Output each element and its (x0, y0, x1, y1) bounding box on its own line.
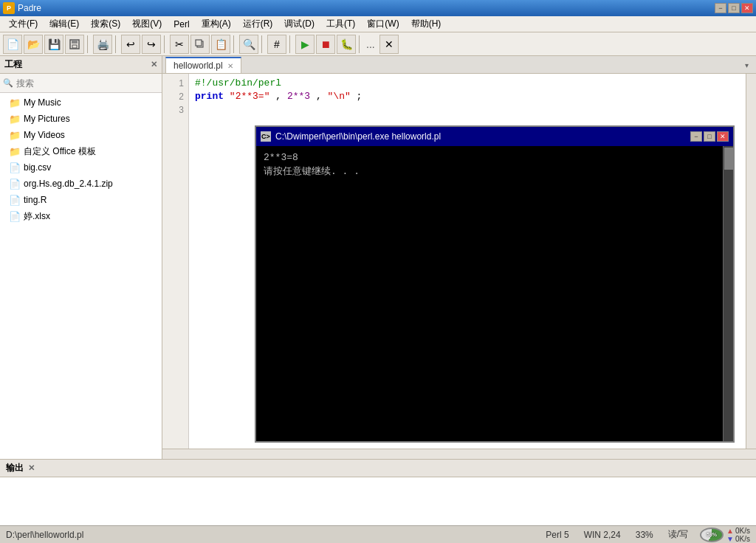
folder-icon: 📁 (9, 145, 21, 157)
paste-button[interactable]: 📋 (211, 35, 230, 54)
menu-search[interactable]: 搜索(S) (85, 16, 126, 32)
sidebar-item-my-pictures[interactable]: 📁 My Pictures (0, 111, 162, 127)
sidebar-panel: 工程 ✕ 🔍 📁 My Music 📁 My Pictures 📁 My V (0, 56, 162, 459)
file-icon: 📄 (9, 210, 21, 222)
menu-debug[interactable]: 调试(D) (278, 16, 320, 32)
cpu-label: 58% (707, 532, 717, 537)
cut-button[interactable]: ✂ (170, 35, 189, 54)
net-upload: ▲ 0K/s (726, 527, 750, 535)
file-tree: 📁 My Music 📁 My Pictures 📁 My Videos 📁 自… (0, 93, 162, 459)
folder-icon: 📁 (9, 129, 21, 141)
code-line-2: print "2**3=" , 2**3 , "\n" ; (195, 90, 740, 103)
sidebar-item-label: org.Hs.eg.db_2.4.1.zip (24, 179, 113, 189)
undo-button[interactable]: ↩ (121, 35, 140, 54)
cmd-maximize-button[interactable]: □ (704, 131, 715, 142)
encoding-status: 读/写 (665, 528, 691, 541)
sidebar-item-label: big.csv (24, 162, 51, 173)
output-close-button[interactable]: ✕ (28, 463, 35, 473)
title-bar: P Padre − □ ✕ (0, 0, 756, 16)
cmd-window-controls: − □ ✕ (690, 131, 729, 142)
cmd-minimize-button[interactable]: − (690, 131, 702, 142)
output-content (0, 477, 756, 526)
menu-perl[interactable]: Perl (168, 18, 195, 31)
more-tools[interactable]: ... (366, 38, 375, 50)
perl-version-status: Perl 5 (543, 530, 571, 540)
print-keyword: print (195, 91, 224, 102)
run-button[interactable]: ▶ (295, 35, 315, 54)
open-file-button[interactable]: 📂 (24, 35, 43, 54)
status-bar: D:\perl\helloworld.pl Perl 5 WIN 2,24 33… (0, 525, 756, 543)
string-literal-2: "\n" (328, 91, 351, 102)
save-all-button[interactable] (65, 35, 84, 54)
menu-file[interactable]: 文件(F) (3, 16, 44, 32)
comment-button[interactable]: # (267, 35, 286, 54)
menu-edit[interactable]: 编辑(E) (44, 16, 85, 32)
cmd-output-line-1: 2**3=8 (264, 152, 726, 163)
app-icon: P (3, 2, 15, 14)
svg-rect-1 (72, 40, 78, 44)
cmd-title: C:\Dwimperl\perl\bin\perl.exe helloworld… (275, 131, 690, 142)
tab-dropdown-button[interactable]: ▾ (740, 57, 753, 73)
cmd-icon: C> (261, 131, 271, 142)
toolbar-separator-2 (115, 35, 118, 53)
app-title: Padre (18, 3, 715, 13)
toolbar-separator-4 (233, 35, 236, 53)
toolbar-separator-1 (87, 35, 90, 53)
line-numbers: 1 2 3 (162, 74, 189, 449)
menu-run[interactable]: 运行(R) (237, 16, 279, 32)
line-number-1: 1 (179, 77, 184, 90)
save-file-button[interactable]: 💾 (44, 35, 63, 54)
sidebar-close-button[interactable]: ✕ (151, 60, 157, 69)
find-button[interactable]: 🔍 (239, 35, 258, 54)
toolbar-separator-7 (359, 35, 362, 53)
cmd-scroll-thumb[interactable] (724, 148, 733, 170)
sidebar-item-label: My Pictures (24, 114, 70, 124)
cmd-close-button[interactable]: ✕ (717, 131, 729, 142)
horizontal-scrollbar[interactable] (162, 449, 756, 459)
cmd-output-line-2: 请按任意键继续. . . (264, 165, 726, 178)
system-monitor: 58% ▲ 0K/s ▼ 0K/s (700, 527, 750, 543)
menu-window[interactable]: 窗口(W) (361, 16, 405, 32)
cpu-gauge: 58% (700, 528, 724, 542)
toolbar-separator-6 (289, 35, 292, 53)
sidebar-item-label: ting.R (24, 195, 47, 205)
menu-tools[interactable]: 工具(T) (320, 16, 361, 32)
copy-button[interactable] (190, 35, 210, 54)
status-path: D:\perl\helloworld.pl (6, 530, 543, 540)
menu-refactor[interactable]: 重构(A) (196, 16, 237, 32)
sidebar-item-ting-xlsx[interactable]: 📄 婷.xlsx (0, 208, 162, 224)
code-line-1: #!/usr/bin/perl (195, 77, 740, 90)
maximize-button[interactable]: □ (728, 3, 740, 13)
close-button[interactable]: ✕ (741, 3, 753, 13)
minimize-button[interactable]: − (715, 3, 726, 13)
debug-button[interactable]: 🐛 (337, 35, 356, 54)
stop-button[interactable]: ⏹ (316, 35, 335, 54)
shebang-line: #!/usr/bin/perl (195, 77, 281, 89)
menu-bar: 文件(F) 编辑(E) 搜索(S) 视图(V) Perl 重构(A) 运行(R)… (0, 16, 756, 32)
redo-button[interactable]: ↪ (142, 35, 161, 54)
editor-scrollbar[interactable] (746, 74, 756, 449)
sidebar-item-label: 婷.xlsx (24, 210, 50, 223)
menu-view[interactable]: 视图(V) (126, 16, 168, 32)
cmd-title-bar: C> C:\Dwimperl\perl\bin\perl.exe hellowo… (256, 127, 733, 146)
close-toolbar-button[interactable]: ✕ (379, 35, 399, 54)
tab-helloworld[interactable]: helloworld.pl ✕ (165, 57, 241, 73)
status-right: Perl 5 WIN 2,24 33% 读/写 58% ▲ 0K/s ▼ 0K/… (543, 527, 750, 543)
sidebar-item-my-music[interactable]: 📁 My Music (0, 94, 162, 111)
line-number-2: 2 (179, 90, 184, 103)
cmd-window: C> C:\Dwimperl\perl\bin\perl.exe hellowo… (255, 125, 735, 443)
new-file-button[interactable]: 📄 (3, 35, 22, 54)
toolbar: 📄 📂 💾 🖨️ ↩ ↪ ✂ 📋 🔍 # ▶ ⏹ 🐛 ... ✕ (0, 32, 756, 56)
sidebar-item-office-templates[interactable]: 📁 自定义 Office 模板 (0, 143, 162, 159)
menu-help[interactable]: 帮助(H) (405, 16, 447, 32)
search-input[interactable] (16, 78, 159, 89)
cmd-scrollbar[interactable] (723, 146, 733, 441)
print-button[interactable]: 🖨️ (93, 35, 112, 54)
tab-close-button[interactable]: ✕ (227, 62, 233, 70)
sidebar-item-my-videos[interactable]: 📁 My Videos (0, 127, 162, 143)
string-literal-1: "2**3=" (230, 91, 270, 102)
sidebar-item-org-hs[interactable]: 📄 org.Hs.eg.db_2.4.1.zip (0, 176, 162, 192)
tab-label: helloworld.pl (173, 60, 223, 71)
sidebar-item-ting-r[interactable]: 📄 ting.R (0, 192, 162, 208)
sidebar-item-big-csv[interactable]: 📄 big.csv (0, 159, 162, 176)
